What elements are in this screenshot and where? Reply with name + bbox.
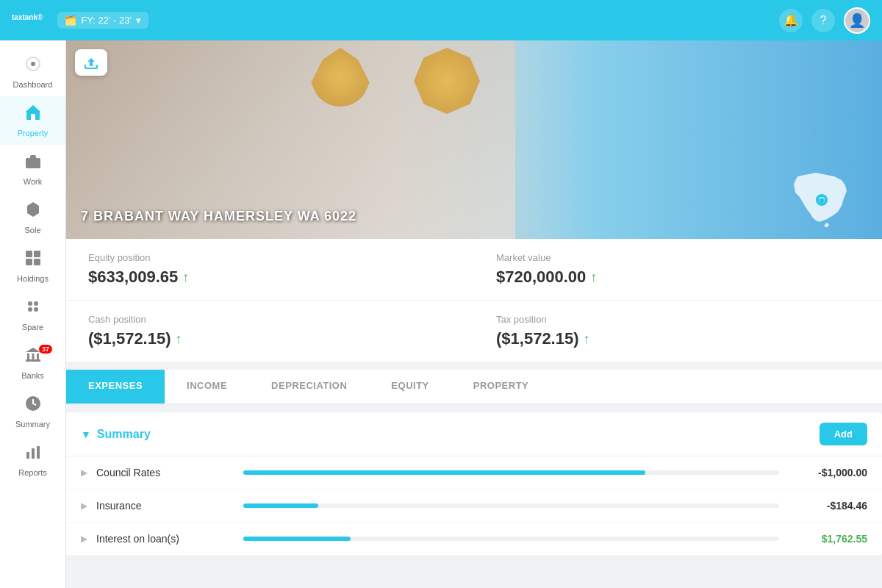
map-overlay: [779, 162, 867, 232]
tab-property[interactable]: PROPERTY: [451, 370, 551, 404]
market-trend-icon: ↑: [590, 270, 597, 285]
expense-bar-council-rates: [243, 470, 779, 475]
expenses-table-section: ▼ Summary Add ▶ Council Rates -$1,000.00…: [66, 412, 882, 556]
svg-rect-3: [26, 158, 40, 168]
expense-bar-loan-interest: [243, 537, 779, 541]
work-icon: [24, 152, 42, 174]
expense-row-council-rates: ▶ Council Rates -$1,000.00: [66, 456, 882, 490]
expense-bar-insurance: [243, 503, 779, 508]
sidebar-item-sole[interactable]: Sole: [0, 193, 65, 242]
expense-name-loan-interest: Interest on loan(s): [96, 533, 229, 545]
sidebar-item-work[interactable]: Work: [0, 145, 65, 193]
logo: taxtank®: [12, 11, 43, 30]
sidebar-label-sole: Sole: [24, 226, 40, 234]
expense-amount-council-rates: -$1,000.00: [794, 467, 867, 478]
app-header: taxtank® 🗂️ FY: 22' - 23' ▾ 🔔 ? 👤: [0, 0, 882, 40]
tab-equity[interactable]: EQUITY: [369, 370, 451, 404]
notifications-icon[interactable]: 🔔: [779, 9, 803, 32]
summary-icon: [24, 395, 42, 417]
svg-rect-5: [34, 251, 40, 257]
collapse-icon[interactable]: ▼: [81, 429, 91, 440]
tax-position-card: Tax position ($1,572.15) ↑: [474, 301, 882, 362]
avatar[interactable]: 👤: [844, 7, 870, 34]
expense-amount-insurance: -$184.46: [794, 500, 867, 512]
add-expense-button[interactable]: Add: [820, 423, 867, 445]
sidebar-label-dashboard: Dashboard: [13, 80, 53, 89]
market-value-card: Market value $720,000.00 ↑: [474, 239, 882, 301]
sidebar-item-holdings[interactable]: Holdings: [0, 242, 65, 290]
expand-icon-insurance[interactable]: ▶: [81, 501, 87, 511]
header-right: 🔔 ? 👤: [779, 7, 870, 34]
sidebar-item-reports[interactable]: Reports: [0, 436, 65, 484]
sidebar-label-work: Work: [24, 177, 42, 186]
tab-depreciation[interactable]: DEPRECIATION: [249, 370, 369, 404]
fy-label: FY: 22' - 23': [81, 15, 132, 26]
banks-badge: 37: [39, 345, 52, 354]
cash-trend-icon: ↑: [176, 331, 182, 347]
sidebar-label-reports: Reports: [18, 468, 47, 477]
fy-icon: 🗂️: [65, 15, 76, 26]
equity-position-card: Equity position $633,009.65 ↑: [66, 239, 474, 301]
sidebar-label-holdings: Holdings: [17, 274, 49, 283]
property-icon: [24, 104, 42, 126]
svg-rect-13: [27, 354, 29, 359]
sole-icon: [24, 201, 42, 223]
main-content: 7 BRABANT WAY HAMERSLEY WA 6022 Eq: [66, 40, 882, 588]
main-layout: Dashboard Property Work Sole Holdings: [0, 40, 882, 588]
cash-position-label: Cash position: [88, 314, 452, 325]
tax-position-label: Tax position: [496, 314, 860, 325]
equity-trend-icon: ↑: [182, 270, 189, 285]
sidebar-label-property: Property: [18, 129, 49, 137]
svg-rect-2: [31, 114, 35, 120]
expense-name-council-rates: Council Rates: [96, 467, 229, 478]
tabs-bar: EXPENSES INCOME DEPRECIATION EQUITY PROP…: [66, 370, 882, 405]
svg-point-9: [34, 301, 38, 306]
holdings-icon: [24, 249, 42, 271]
svg-rect-4: [26, 251, 32, 257]
equity-position-label: Equity position: [88, 252, 452, 263]
sidebar-label-banks: Banks: [21, 371, 44, 380]
stats-grid: Equity position $633,009.65 ↑ Market val…: [66, 239, 882, 362]
upload-button[interactable]: [75, 49, 107, 76]
fy-selector[interactable]: 🗂️ FY: 22' - 23' ▾: [57, 12, 148, 29]
sidebar-label-spare: Spare: [22, 323, 43, 331]
svg-rect-19: [37, 446, 40, 459]
help-icon[interactable]: ?: [811, 9, 835, 32]
expand-icon-loan-interest[interactable]: ▶: [81, 534, 87, 544]
svg-rect-14: [32, 354, 34, 359]
dashboard-icon: [24, 55, 42, 77]
sidebar-label-summary: Summary: [15, 420, 50, 429]
chevron-down-icon: ▾: [136, 15, 141, 26]
property-address: 7 BRABANT WAY HAMERSLEY WA 6022: [81, 209, 356, 224]
spare-icon: [24, 298, 42, 320]
sidebar: Dashboard Property Work Sole Holdings: [0, 40, 66, 588]
svg-rect-7: [34, 259, 40, 265]
svg-rect-17: [26, 452, 29, 459]
tab-expenses[interactable]: EXPENSES: [66, 370, 165, 404]
expense-bar-fill-loan-interest: [243, 537, 351, 541]
svg-rect-18: [32, 448, 35, 459]
property-hero: 7 BRABANT WAY HAMERSLEY WA 6022: [66, 40, 882, 239]
equity-position-value: $633,009.65 ↑: [88, 268, 452, 287]
sidebar-item-dashboard[interactable]: Dashboard: [0, 48, 65, 96]
svg-point-8: [28, 301, 32, 306]
svg-rect-15: [37, 354, 39, 359]
sidebar-item-spare[interactable]: Spare: [0, 290, 65, 339]
expense-bar-fill-insurance: [243, 503, 318, 508]
section-header: ▼ Summary Add: [66, 412, 882, 456]
sidebar-item-summary[interactable]: Summary: [0, 387, 65, 436]
section-title: Summary: [97, 428, 820, 441]
svg-rect-6: [26, 259, 32, 265]
reports-icon: [24, 443, 42, 465]
sidebar-item-banks[interactable]: 37 Banks: [0, 339, 65, 387]
expand-icon-council-rates[interactable]: ▶: [81, 467, 87, 478]
sidebar-item-property[interactable]: Property: [0, 96, 65, 145]
cash-position-card: Cash position ($1,572.15) ↑: [66, 301, 474, 362]
svg-point-11: [34, 307, 38, 312]
svg-rect-12: [26, 359, 40, 362]
expense-bar-fill-council-rates: [243, 470, 645, 475]
expense-row-loan-interest: ▶ Interest on loan(s) $1,762.55: [66, 523, 882, 556]
cash-position-value: ($1,572.15) ↑: [88, 329, 452, 348]
tab-income[interactable]: INCOME: [165, 370, 249, 404]
expense-amount-loan-interest: $1,762.55: [794, 533, 867, 545]
